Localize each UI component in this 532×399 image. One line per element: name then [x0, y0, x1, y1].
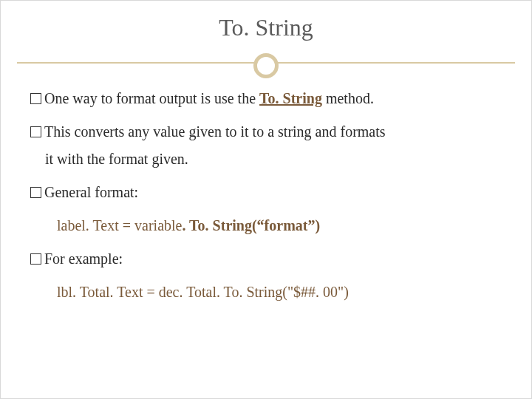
- bullet-1-keyword: To. String: [259, 90, 322, 106]
- bullet-2-text-line1: This converts any value given to it to a…: [44, 123, 386, 140]
- bullet-box-icon: [30, 126, 41, 137]
- bullet-3: General format:: [30, 183, 502, 202]
- bullet-1-text-pre: One way to format output is use the: [44, 90, 259, 106]
- bullet-box-icon: [30, 187, 41, 198]
- slide-title: To. String: [1, 14, 531, 41]
- bullet-box-icon: [30, 253, 41, 265]
- bullet-3-text: General format:: [44, 184, 138, 200]
- code-line-1b: . To. String(“format”): [182, 217, 320, 233]
- bullet-1: One way to format output is use the To. …: [30, 89, 502, 109]
- bullet-box-icon: [30, 93, 41, 104]
- code-line-1a: label. Text = variable: [57, 217, 182, 233]
- title-divider: [1, 49, 531, 75]
- bullet-4-text: For example:: [44, 250, 123, 267]
- title-area: To. String: [1, 1, 531, 41]
- bullet-2-line2: it with the format given.: [45, 149, 502, 169]
- slide-body: One way to format output is use the To. …: [1, 75, 531, 302]
- bullet-4: For example:: [30, 249, 502, 269]
- slide: To. String One way to format output is u…: [0, 0, 532, 399]
- code-line-1: label. Text = variable. To. String(“form…: [57, 216, 502, 236]
- bullet-1-text-post: method.: [322, 90, 374, 106]
- divider-circle-icon: [253, 53, 279, 78]
- code-line-2: lbl. Total. Text = dec. Total. To. Strin…: [57, 282, 502, 302]
- bullet-2-line1: This converts any value given to it to a…: [30, 122, 502, 142]
